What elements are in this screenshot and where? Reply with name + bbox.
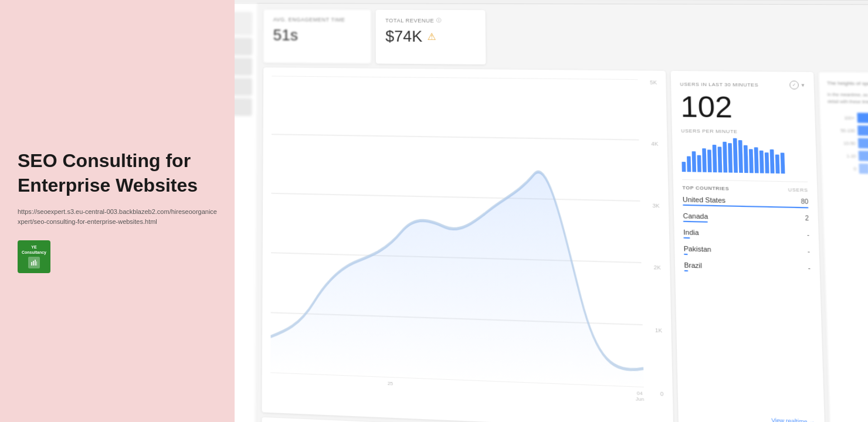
country-row-br: Brazil - [684,261,811,278]
bar-7 [713,145,717,172]
realtime-count: 102 [680,92,806,124]
country-ca-count: 2 [805,215,809,222]
top-countries-title: TOP COUNTRIES [682,185,729,192]
bar-16 [760,151,764,173]
country-in: India [683,229,699,237]
revenue-value: $74K [385,27,422,46]
country-in-bar [683,237,690,239]
country-row-us: United States 80 [683,196,809,211]
realtime-header: USERS IN LAST 30 MINUTES [680,81,758,87]
h-bar-row-2: 50-100 [828,125,868,137]
bar-15 [754,147,759,173]
y-label-3k: 3K [652,202,659,209]
country-row-ca: Canada 2 [683,212,809,227]
bar-4 [697,155,701,172]
svg-line-5 [272,134,639,139]
bar-13 [744,145,748,173]
svg-rect-0 [31,262,32,266]
users-col-label: USERS [788,187,808,193]
country-us: United States [683,196,725,204]
page-url: https://seoexpert.s3.eu-central-003.back… [18,207,217,226]
warning-icon: ⚠ [427,31,436,43]
logo-text: YE Consultancy [20,245,48,255]
bar-6 [707,150,712,172]
view-realtime-link[interactable]: View realtime → [687,410,815,422]
y-label-0: 0 [660,390,664,397]
h-bar-row-1: 100+ [828,113,868,124]
h-bar-row-5: 0 [829,163,868,175]
svg-rect-3 [36,261,37,266]
h-bar-row-3: 10-50 [829,138,868,150]
engagement-value: 51s [273,26,362,45]
bar-12 [738,140,743,173]
country-pk-count: - [808,248,810,256]
dashboard-screenshot: Avg. engagement time 51s Total revenue ⓘ… [235,0,868,422]
bar-20 [781,153,785,174]
right-panel-title: The heights of space into use [827,80,868,88]
bar-19 [775,154,780,173]
svg-rect-1 [33,261,34,266]
country-ca: Canada [683,212,708,220]
bar-17 [765,152,769,173]
svg-line-4 [272,76,638,79]
y-label-4k: 4K [651,141,658,147]
country-pk: Pakistan [684,245,711,253]
bar-1 [681,161,686,172]
bar-5 [702,148,707,172]
bar-11 [733,138,738,173]
logo-icon [28,257,40,268]
bar-8 [718,147,723,172]
country-row-pk: Pakistan - [684,245,811,261]
x-label-25: 25 [388,380,393,392]
country-br-bar [684,270,688,271]
left-panel: SEO Consulting for Enterprise Websites h… [0,0,235,422]
bar-10 [728,143,733,172]
country-br: Brazil [684,261,702,270]
h-bar-row-4: 1-10 [829,151,868,163]
bar-14 [749,149,754,173]
page-title: SEO Consulting for Enterprise Websites [18,149,217,198]
y-label-2k: 2K [654,264,661,271]
bar-3 [692,151,696,172]
country-row-in: India - [683,229,809,244]
view-realtime-text[interactable]: View realtime → [771,417,815,422]
country-in-count: - [807,232,809,239]
users-per-min: USERS PER MINUTE [681,128,806,135]
country-pk-bar [684,254,687,255]
bar-2 [687,156,691,172]
x-label-jun: 04Jun [636,390,645,402]
country-br-count: - [808,264,811,272]
y-label-5k: 5K [650,79,657,86]
logo-box: YE Consultancy [18,240,50,273]
svg-line-6 [271,193,640,201]
bar-9 [723,141,727,172]
y-label-1k: 1K [655,327,662,333]
right-panel-subtitle: In the meantime, as shall do visit some … [828,92,868,107]
engagement-label: Avg. engagement time [273,16,361,23]
revenue-label: Total revenue [385,17,434,23]
line-chart-svg [270,76,644,387]
country-ca-bar [683,221,708,223]
svg-rect-2 [35,260,36,266]
country-us-count: 80 [801,198,808,206]
bar-18 [770,149,775,173]
